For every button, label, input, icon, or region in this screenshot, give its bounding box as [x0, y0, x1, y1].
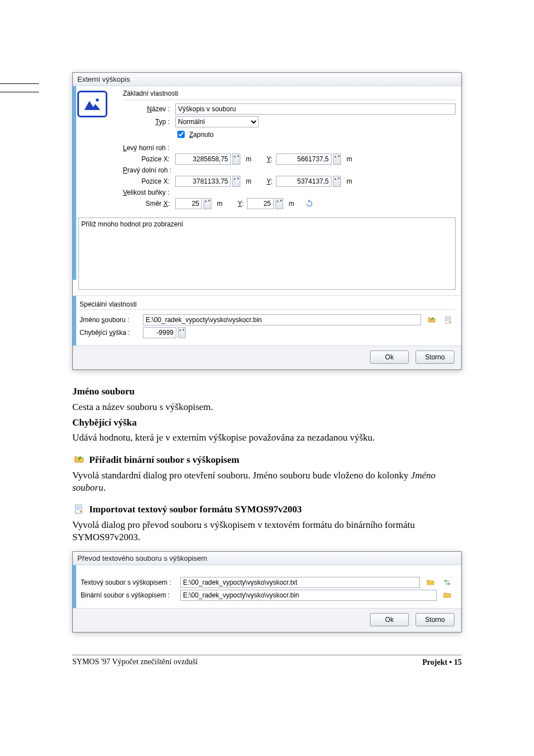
- import-text-icon[interactable]: [442, 314, 454, 325]
- p-priradit: Vyvolá standardní dialog pro otevření so…: [72, 470, 462, 494]
- jmeno-souboru-input[interactable]: [143, 314, 421, 325]
- accent-bar: [73, 565, 76, 608]
- header-rule-2: [0, 92, 39, 92]
- heading-import: Importovat textový soubor formátu SYMOS9…: [89, 504, 301, 515]
- pd-x-input[interactable]: [175, 176, 231, 187]
- refresh-icon[interactable]: [303, 198, 315, 209]
- typ-select[interactable]: Normální: [175, 116, 259, 127]
- mountain-image-icon: [77, 91, 107, 117]
- y3-label: Y:: [228, 200, 245, 207]
- pozice-x1-label: Pozice X:: [123, 155, 173, 163]
- nazev-input[interactable]: [175, 103, 456, 115]
- convert-icon[interactable]: [441, 577, 453, 588]
- p-jmeno-souboru: Cesta a název souboru s výškopisem.: [72, 401, 462, 413]
- values-grid: Příliž mnoho hodnot pro zobrazení: [78, 218, 456, 290]
- y1-label: Y:: [257, 155, 274, 163]
- spin-icon[interactable]: ▲▼: [233, 176, 240, 187]
- page-footer: SYMOS '97 Výpočet znečištění ovzduší Pro…: [72, 655, 462, 667]
- svg-point-1: [96, 98, 98, 101]
- open-folder-icon[interactable]: [426, 314, 438, 325]
- heading-chybejici: Chybějící výška: [72, 417, 462, 429]
- chybejici-label: Chybějící výška :: [80, 329, 141, 337]
- bin-soubor-input[interactable]: [180, 590, 437, 601]
- unit-m: m: [243, 155, 255, 163]
- pravy-label: Pravý dolní roh :: [123, 166, 175, 174]
- typ-label: Typ :: [123, 118, 173, 126]
- heading-priradit: Přiřadit binární soubor s výškopisem: [89, 454, 239, 465]
- storno-button[interactable]: Storno: [416, 613, 454, 626]
- open-folder-icon: [72, 454, 86, 465]
- header-rule-1: [0, 83, 39, 84]
- accent-bar: [73, 296, 76, 345]
- lh-x-input[interactable]: [175, 154, 231, 165]
- document-body: Jméno souboru Cesta a název souboru s vý…: [72, 386, 462, 543]
- storno-button[interactable]: Storno: [416, 350, 454, 364]
- footer-left: SYMOS '97 Výpočet znečištění ovzduší: [72, 658, 197, 667]
- smer-y-input[interactable]: [247, 198, 274, 209]
- pozice-x2-label: Pozice X:: [123, 177, 173, 185]
- heading-jmeno-souboru: Jméno souboru: [72, 386, 462, 398]
- spin-icon[interactable]: ▲▼: [178, 327, 186, 338]
- zapnuto-checkbox[interactable]: [177, 131, 185, 138]
- spin-icon[interactable]: ▲▼: [204, 198, 211, 209]
- smer-x-label: Směr X:: [123, 200, 173, 207]
- jmeno-souboru-label: Jméno souboru :: [80, 316, 141, 324]
- dialog2-title: Převod textového souboru s výškopisem: [73, 552, 461, 565]
- text-soubor-label: Textový soubor s výškopisem :: [81, 579, 178, 586]
- y2-label: Y:: [257, 177, 274, 185]
- spin-icon[interactable]: ▲▼: [275, 198, 283, 209]
- ok-button[interactable]: Ok: [370, 613, 409, 626]
- section-special-label: Speciální vlastnosti: [80, 300, 454, 308]
- spin-icon[interactable]: ▲▼: [333, 176, 341, 187]
- bin-soubor-label: Binární soubor s výškopisem :: [81, 591, 178, 599]
- levy-label: Levý horní roh :: [123, 144, 172, 152]
- grid-message: Příliž mnoho hodnot pro zobrazení: [81, 220, 183, 228]
- import-text-icon: [72, 503, 86, 515]
- spin-icon[interactable]: ▲▼: [333, 154, 341, 165]
- open-folder-icon[interactable]: [441, 590, 453, 601]
- velikost-label: Velikost buňky :: [123, 189, 172, 196]
- dialog-title: Externí výškopis: [73, 73, 461, 86]
- nazev-label: Název :: [123, 105, 173, 113]
- lh-y-input[interactable]: [276, 154, 332, 165]
- p-import: Vyvolá dialog pro převod souboru s výško…: [72, 519, 462, 543]
- pd-y-input[interactable]: [276, 176, 332, 187]
- spin-icon[interactable]: ▲▼: [233, 154, 240, 165]
- dialog-prevod: Převod textového souboru s výškopisem Te…: [72, 551, 462, 633]
- dialog-externi-vyskopis: Externí výškopis Základní vlastnosti Náz…: [72, 72, 462, 370]
- zapnuto-label: Zapnuto: [189, 131, 214, 139]
- text-soubor-input[interactable]: [180, 577, 420, 588]
- ok-button[interactable]: Ok: [370, 350, 409, 364]
- p-chybejici: Udává hodnotu, která je v externím výško…: [72, 432, 462, 444]
- open-folder-icon[interactable]: [424, 577, 437, 588]
- section-basic-label: Základní vlastnosti: [123, 90, 456, 97]
- footer-right: Projekt • 15: [422, 658, 462, 667]
- chybejici-input[interactable]: [143, 327, 176, 338]
- smer-x-input[interactable]: [175, 198, 202, 209]
- svg-marker-0: [85, 101, 101, 110]
